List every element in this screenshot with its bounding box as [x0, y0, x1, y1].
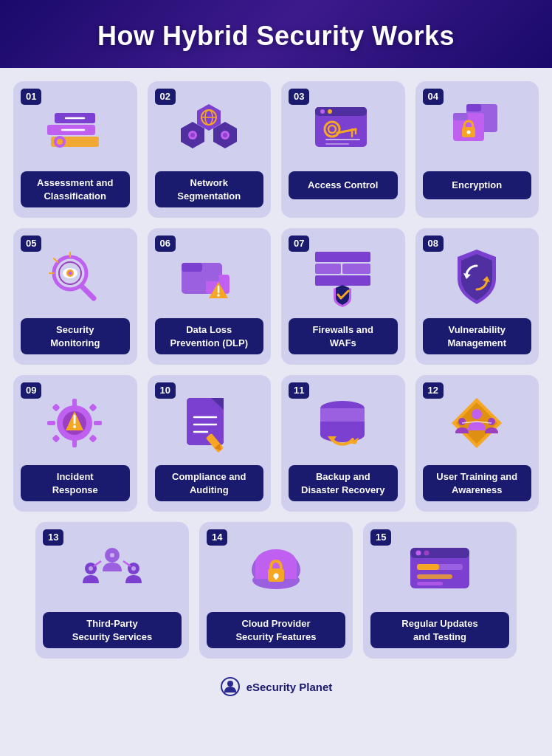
card-14: 14 [199, 522, 353, 659]
svg-rect-51 [315, 264, 341, 274]
svg-point-81 [320, 427, 365, 442]
icon-network [176, 97, 242, 164]
svg-rect-116 [417, 582, 443, 585]
badge-13: 13 [43, 529, 63, 546]
badge-15: 15 [370, 529, 391, 546]
label-08: VulnerabilityManagement [423, 318, 532, 354]
badge-07: 07 [289, 236, 309, 252]
svg-rect-44 [182, 263, 202, 272]
icon-cloud [243, 538, 309, 605]
svg-line-95 [123, 561, 131, 566]
label-14: Cloud ProviderSecurity Features [207, 612, 345, 648]
svg-point-38 [69, 272, 72, 275]
label-05: SecurityMonitoring [21, 318, 130, 354]
badge-04: 04 [423, 89, 444, 105]
card-12: 12 User Training an [415, 375, 539, 512]
card-15: 15 Regular Updatesand Testing [363, 522, 517, 659]
badge-05: 05 [21, 236, 41, 252]
page-title: How Hybrid Security Works [15, 21, 537, 52]
svg-point-96 [110, 553, 114, 557]
badge-10: 10 [155, 382, 176, 399]
svg-rect-109 [275, 576, 277, 580]
svg-rect-61 [94, 421, 102, 425]
label-12: User Training andAwareness [423, 465, 532, 501]
card-08: 08 VulnerabilityManagement [415, 228, 539, 365]
svg-line-39 [82, 286, 94, 298]
card-02: 02 NetworkSegmentat [148, 81, 272, 218]
card-04: 04 Encryption [415, 81, 539, 218]
label-15: Regular Updatesand Testing [370, 612, 509, 648]
card-09: 09 [13, 375, 137, 512]
svg-rect-63 [89, 404, 97, 412]
svg-rect-29 [466, 104, 481, 111]
icon-thirdparty [79, 538, 145, 605]
icon-dlp [176, 244, 242, 311]
label-11: Backup andDisaster Recovery [289, 465, 398, 501]
svg-point-16 [223, 133, 227, 137]
svg-rect-50 [315, 252, 370, 262]
badge-02: 02 [155, 89, 176, 105]
svg-rect-52 [342, 264, 370, 274]
icon-updates [407, 538, 473, 605]
card-13: 13 Third-PartySecur [35, 522, 189, 659]
label-04: Encryption [423, 171, 532, 199]
svg-point-14 [190, 133, 195, 137]
svg-point-88 [488, 418, 495, 425]
icon-access [310, 97, 376, 164]
svg-point-112 [416, 551, 421, 556]
svg-rect-65 [89, 435, 97, 443]
card-03: 03 Acces [281, 81, 405, 218]
main-grid: 01 Assessment andClassification [0, 68, 552, 666]
card-01: 01 Assessment andClassification [13, 81, 137, 218]
icon-backup [310, 391, 376, 458]
svg-point-98 [131, 566, 136, 571]
icon-firewall [310, 244, 376, 311]
svg-point-49 [217, 294, 220, 297]
badge-08: 08 [423, 236, 444, 252]
svg-point-113 [424, 551, 429, 556]
card-11: 11 Backup andDisaster Recovery [281, 375, 405, 512]
svg-point-4 [57, 139, 63, 145]
brand-name: eSecurity Planet [246, 681, 333, 693]
svg-rect-59 [72, 439, 77, 447]
grid-row-3: 09 [13, 375, 539, 512]
label-10: Compliance andAuditing [155, 465, 264, 501]
svg-point-119 [227, 681, 233, 687]
grid-row-2: 05 SecurityMonitori [13, 228, 539, 365]
label-13: Third-PartySecurity Services [43, 612, 182, 648]
label-06: Data LossPrevention (DLP) [155, 318, 264, 354]
badge-09: 09 [21, 382, 41, 399]
svg-rect-70 [187, 398, 224, 445]
card-07: 07 Firewalls andWAFs [281, 228, 405, 365]
svg-rect-58 [72, 399, 77, 407]
badge-01: 01 [21, 89, 41, 105]
grid-row-4: 13 Third-PartySecur [13, 522, 539, 659]
label-09: IncidentResponse [21, 465, 130, 501]
svg-point-68 [73, 425, 76, 428]
page-header: How Hybrid Security Works [0, 0, 552, 68]
badge-12: 12 [423, 382, 444, 399]
badge-03: 03 [289, 89, 309, 105]
svg-rect-60 [47, 421, 55, 425]
svg-point-87 [458, 418, 466, 425]
icon-compliance [176, 391, 242, 458]
icon-encryption [444, 97, 510, 164]
icon-monitoring [42, 244, 108, 311]
svg-rect-64 [52, 435, 61, 443]
grid-row-1: 01 Assessment andClassification [13, 81, 539, 218]
label-03: Access Control [289, 171, 398, 199]
svg-line-41 [54, 258, 58, 262]
badge-11: 11 [289, 382, 309, 399]
icon-training [444, 391, 510, 458]
icon-vulnerability [444, 244, 510, 311]
svg-point-97 [89, 566, 93, 571]
label-02: NetworkSegmentation [155, 171, 264, 207]
badge-06: 06 [155, 236, 176, 252]
brand-logo [220, 676, 241, 697]
svg-point-86 [472, 409, 482, 419]
icon-incident [42, 391, 108, 458]
svg-line-94 [94, 561, 101, 566]
label-07: Firewalls andWAFs [289, 318, 398, 354]
svg-point-19 [320, 109, 325, 114]
svg-point-33 [466, 131, 470, 134]
